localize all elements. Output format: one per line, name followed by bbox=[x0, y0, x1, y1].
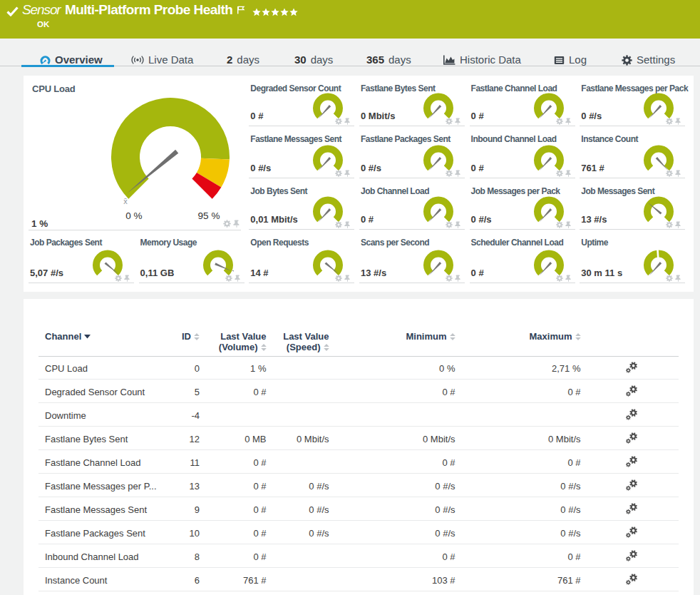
gear-icon[interactable] bbox=[335, 221, 342, 228]
tab-2-days[interactable]: 2days bbox=[227, 53, 259, 67]
pin-icon[interactable] bbox=[455, 118, 461, 125]
channel-name[interactable]: Instance Count bbox=[45, 575, 107, 586]
gear-icon[interactable] bbox=[556, 275, 563, 282]
gear-icon[interactable] bbox=[335, 118, 342, 125]
tab-label: Log bbox=[569, 53, 587, 67]
gear-icon[interactable] bbox=[446, 170, 453, 177]
gauge-title: Job Messages Sent bbox=[581, 186, 654, 196]
pin-icon[interactable] bbox=[565, 118, 572, 125]
gauge bbox=[643, 93, 674, 121]
pin-icon[interactable] bbox=[344, 221, 351, 228]
tab-bar: OverviewLive Data2days30days365daysHisto… bbox=[0, 39, 700, 66]
gear-icon[interactable] bbox=[666, 170, 673, 177]
channel-row-fastlane-bytes-sent[interactable]: Fastlane Bytes Sent120 MB0 Mbit/s0 Mbit/… bbox=[38, 427, 679, 450]
check-icon bbox=[6, 6, 19, 19]
gear-icon[interactable] bbox=[446, 118, 453, 125]
pin-icon[interactable] bbox=[455, 170, 461, 177]
channel-settings-gears-icon[interactable] bbox=[626, 456, 638, 470]
column-header-lvs[interactable]: Last Value(Speed) bbox=[237, 331, 329, 352]
gear-icon[interactable] bbox=[335, 170, 342, 177]
gear-icon[interactable] bbox=[223, 220, 231, 228]
tab-log[interactable]: Log bbox=[554, 53, 587, 67]
channel-row-fastlane-packages-sent[interactable]: Fastlane Packages Sent100 #0 #/s0 #/s0 #… bbox=[38, 521, 679, 544]
cell-id: -4 bbox=[114, 410, 200, 421]
gear-icon[interactable] bbox=[225, 275, 232, 282]
channel-row-downtime[interactable]: Downtime-4 bbox=[38, 403, 679, 427]
gear-icon[interactable] bbox=[666, 275, 673, 282]
channel-row-fastlane-messages-per-p-[interactable]: Fastlane Messages per P...130 #0 #/s0 #/… bbox=[38, 474, 679, 497]
pin-icon[interactable] bbox=[675, 275, 681, 282]
gauge-average-marker: x̄ bbox=[121, 197, 130, 205]
pin-icon[interactable] bbox=[233, 220, 240, 228]
channel-row-fastlane-messages-sent[interactable]: Fastlane Messages Sent90 #0 #/s0 #/s0 #/… bbox=[38, 497, 679, 521]
channel-settings-gears-icon[interactable] bbox=[626, 550, 638, 564]
pin-icon[interactable] bbox=[675, 170, 681, 177]
channel-row-instance-count[interactable]: Instance Count6761 #103 #761 # bbox=[38, 568, 679, 591]
sort-icon[interactable] bbox=[450, 333, 455, 340]
channel-settings-gears-icon[interactable] bbox=[626, 362, 638, 376]
sort-icon[interactable] bbox=[324, 344, 329, 351]
channel-settings-gears-icon[interactable] bbox=[626, 385, 638, 400]
channel-name[interactable]: CPU Load bbox=[45, 363, 88, 374]
gear-icon[interactable] bbox=[446, 221, 453, 228]
column-header-max[interactable]: Maximum bbox=[488, 331, 581, 342]
sort-icon[interactable] bbox=[575, 333, 581, 340]
gauge-title: Fastlane Bytes Sent bbox=[361, 83, 436, 93]
gear-icon[interactable] bbox=[115, 275, 122, 282]
star-icon[interactable] bbox=[280, 6, 289, 19]
column-header-channel[interactable]: Channel bbox=[45, 331, 91, 342]
pin-icon[interactable] bbox=[344, 170, 351, 177]
column-label: Channel bbox=[45, 331, 81, 342]
channel-row-cpu-load[interactable]: CPU Load01 %0 %2,71 % bbox=[38, 356, 679, 380]
gear-icon[interactable] bbox=[446, 275, 453, 282]
tab-30-days[interactable]: 30days bbox=[294, 53, 333, 67]
pin-icon[interactable] bbox=[344, 118, 351, 125]
star-icon[interactable] bbox=[289, 6, 298, 19]
channel-row-fastlane-channel-load[interactable]: Fastlane Channel Load110 #0 #0 # bbox=[38, 450, 679, 474]
pin-icon[interactable] bbox=[565, 221, 572, 228]
gear-icon[interactable] bbox=[556, 118, 563, 125]
tab-365-days[interactable]: 365days bbox=[366, 53, 411, 67]
pin-icon[interactable] bbox=[675, 118, 681, 125]
gear-icon[interactable] bbox=[666, 118, 673, 125]
tab-historic-data[interactable]: Historic Data bbox=[443, 53, 521, 67]
gauge-cell-cpu-load: CPU Load x̄ 0 % 95 % 1 % bbox=[29, 76, 241, 230]
caret-down-icon[interactable] bbox=[84, 335, 91, 339]
star-icon[interactable] bbox=[262, 6, 270, 19]
channel-name[interactable]: Downtime bbox=[45, 410, 86, 421]
channel-row-degraded-sensor-count[interactable]: Degraded Sensor Count50 #0 #0 # bbox=[38, 380, 679, 403]
pin-icon[interactable] bbox=[565, 275, 572, 282]
flag-icon[interactable] bbox=[237, 4, 245, 17]
channel-settings-gears-icon[interactable] bbox=[626, 503, 638, 517]
gauge-value: 0 # bbox=[471, 163, 484, 173]
pin-icon[interactable] bbox=[124, 275, 130, 282]
tab-settings[interactable]: Settings bbox=[622, 53, 675, 67]
cell-lvs: 0 #/s bbox=[244, 481, 329, 492]
tab-number: 365 bbox=[366, 53, 384, 67]
star-icon[interactable] bbox=[271, 6, 279, 19]
gear-icon[interactable] bbox=[666, 221, 673, 228]
pin-icon[interactable] bbox=[565, 170, 572, 177]
gear-icon[interactable] bbox=[556, 170, 563, 177]
channel-settings-gears-icon[interactable] bbox=[626, 527, 638, 541]
channel-settings-gears-icon[interactable] bbox=[626, 432, 638, 447]
channel-settings-gears-icon[interactable] bbox=[626, 574, 638, 588]
pin-icon[interactable] bbox=[675, 221, 681, 228]
channel-settings-gears-icon[interactable] bbox=[626, 479, 638, 494]
column-header-min[interactable]: Minimum bbox=[363, 331, 455, 342]
gear-icon[interactable] bbox=[335, 275, 342, 282]
pin-icon[interactable] bbox=[455, 221, 461, 228]
pin-icon[interactable] bbox=[344, 275, 351, 282]
column-label: Last Value bbox=[283, 331, 329, 342]
tab-live-data[interactable]: Live Data bbox=[131, 53, 193, 67]
pin-icon[interactable] bbox=[235, 275, 241, 282]
star-icon[interactable] bbox=[252, 6, 261, 19]
channel-settings-gears-icon[interactable] bbox=[626, 409, 638, 423]
pin-icon[interactable] bbox=[455, 275, 461, 282]
column-label: Maximum bbox=[530, 331, 572, 342]
gauge-cell-fastlane-bytes-sent: Fastlane Bytes Sent0 Mbit/s bbox=[359, 76, 465, 126]
gauge bbox=[643, 196, 674, 225]
priority-stars[interactable] bbox=[252, 6, 298, 19]
channel-row-inbound-channel-load[interactable]: Inbound Channel Load80 #0 #0 # bbox=[38, 544, 679, 568]
gear-icon[interactable] bbox=[556, 221, 563, 228]
